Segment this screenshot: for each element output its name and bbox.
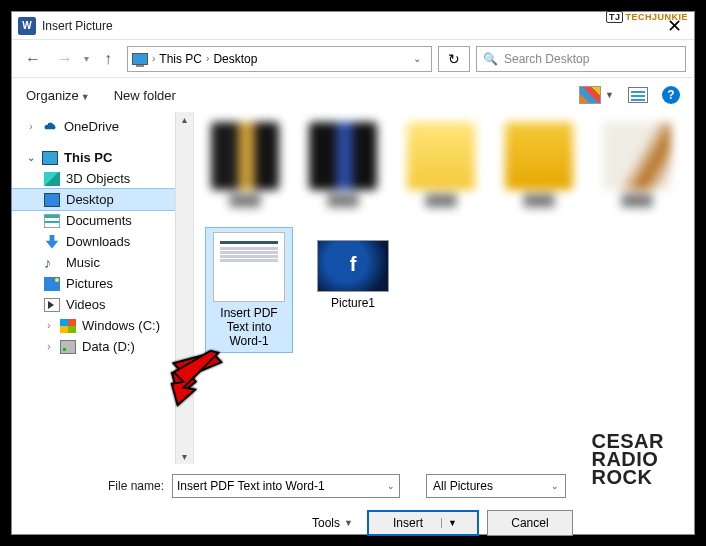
file-name-value: Insert PDF Text into Word-1 (177, 479, 325, 493)
sidebar-item-label: Music (66, 255, 100, 270)
music-icon: ♪ (44, 256, 60, 270)
blurred-tile-row: ████ ████ ████ ████ ████ (206, 122, 682, 206)
video-icon (44, 298, 60, 312)
sidebar-scrollbar[interactable]: ▴ ▾ (176, 112, 194, 464)
download-icon (44, 235, 60, 249)
titlebar: W Insert Picture ✕ (12, 12, 694, 40)
chevron-right-icon: › (206, 53, 209, 64)
path-dropdown-icon[interactable]: ⌄ (407, 53, 427, 64)
file-tile-insert-pdf[interactable]: Insert PDF Text into Word-1 (206, 228, 292, 352)
crumb-this-pc[interactable]: This PC (159, 52, 202, 66)
toolbar: Organize▼ New folder ▼ ? (12, 78, 694, 112)
cube-icon (44, 172, 60, 186)
file-list: ████ ████ ████ ████ ████ Insert PDF Text… (194, 112, 694, 464)
sidebar-item-label: OneDrive (64, 119, 119, 134)
sidebar-item-desktop[interactable]: Desktop (12, 189, 175, 210)
sidebar-item-label: Downloads (66, 234, 130, 249)
chevron-right-icon: › (44, 320, 54, 331)
sidebar-item-label: Videos (66, 297, 106, 312)
drive-icon (60, 340, 76, 354)
chevron-right-icon: › (26, 121, 36, 132)
document-thumb-icon (213, 232, 285, 302)
sidebar-item-this-pc[interactable]: ⌄ This PC (12, 147, 175, 168)
word-icon: W (18, 17, 36, 35)
filter-label: All Pictures (433, 479, 493, 493)
chevron-down-icon: ⌄ (26, 152, 36, 163)
watermark-techjunkie: TJTECHJUNKIE (606, 11, 688, 23)
chevron-right-icon: › (152, 53, 155, 64)
sidebar-item-3d-objects[interactable]: 3D Objects (12, 168, 175, 189)
sidebar-item-data-d[interactable]: › Data (D:) (12, 336, 175, 357)
sidebar-item-onedrive[interactable]: › OneDrive (12, 116, 175, 137)
insert-button[interactable]: Insert ▼ (367, 510, 479, 536)
scroll-down-icon[interactable]: ▾ (176, 451, 193, 462)
document-icon (44, 214, 60, 228)
chevron-down-icon[interactable]: ⌄ (551, 481, 559, 491)
view-mode-button[interactable]: ▼ (579, 86, 614, 104)
sidebar-item-label: This PC (64, 150, 112, 165)
image-thumb-icon (317, 240, 389, 292)
forward-button[interactable]: → (52, 46, 78, 72)
pc-icon (132, 53, 148, 65)
sidebar-item-label: Documents (66, 213, 132, 228)
sidebar-item-documents[interactable]: Documents (12, 210, 175, 231)
cloud-icon (42, 120, 58, 134)
sidebar-item-label: 3D Objects (66, 171, 130, 186)
sidebar-item-downloads[interactable]: Downloads (12, 231, 175, 252)
help-icon[interactable]: ? (662, 86, 680, 104)
file-tile-picture1[interactable]: Picture1 (310, 228, 396, 352)
up-button[interactable]: ↑ (95, 46, 121, 72)
desktop-icon (44, 193, 60, 207)
file-tile-label: Picture1 (314, 296, 392, 310)
sidebar-item-music[interactable]: ♪ Music (12, 252, 175, 273)
bottom-bar: File name: Insert PDF Text into Word-1 ⌄… (12, 464, 694, 544)
search-input[interactable]: 🔍 Search Desktop (476, 46, 686, 72)
cancel-button[interactable]: Cancel (487, 510, 573, 536)
file-name-input[interactable]: Insert PDF Text into Word-1 ⌄ (172, 474, 400, 498)
file-type-filter[interactable]: All Pictures ⌄ (426, 474, 566, 498)
preview-pane-button[interactable] (628, 87, 648, 103)
file-name-label: File name: (26, 479, 164, 493)
sidebar-item-label: Windows (C:) (82, 318, 160, 333)
sidebar-item-pictures[interactable]: Pictures (12, 273, 175, 294)
view-swatch-icon (579, 86, 601, 104)
crumb-desktop[interactable]: Desktop (213, 52, 257, 66)
new-folder-button[interactable]: New folder (114, 88, 176, 103)
dialog-title: Insert Picture (42, 19, 661, 33)
search-placeholder: Search Desktop (504, 52, 589, 66)
pc-icon (42, 151, 58, 165)
chevron-down-icon[interactable]: ⌄ (387, 481, 395, 491)
search-icon: 🔍 (483, 52, 498, 66)
sidebar: › OneDrive ⌄ This PC 3D Objects Desktop … (12, 112, 176, 464)
sidebar-item-windows-c[interactable]: › Windows (C:) (12, 315, 175, 336)
file-tile-label: Insert PDF Text into Word-1 (210, 306, 288, 348)
organize-menu[interactable]: Organize▼ (26, 88, 90, 103)
history-dropdown-icon[interactable]: ▾ (84, 53, 89, 64)
refresh-button[interactable]: ↻ (438, 46, 470, 72)
picture-icon (44, 277, 60, 291)
chevron-right-icon: › (44, 341, 54, 352)
sidebar-item-label: Desktop (66, 192, 114, 207)
tools-menu[interactable]: Tools▼ (312, 516, 353, 530)
sidebar-item-videos[interactable]: Videos (12, 294, 175, 315)
scroll-up-icon[interactable]: ▴ (176, 114, 193, 125)
insert-split-dropdown[interactable]: ▼ (441, 518, 463, 528)
back-button[interactable]: ← (20, 46, 46, 72)
breadcrumb[interactable]: › This PC › Desktop ⌄ (127, 46, 432, 72)
sidebar-item-label: Pictures (66, 276, 113, 291)
nav-row: ← → ▾ ↑ › This PC › Desktop ⌄ ↻ 🔍 Search… (12, 40, 694, 78)
windows-flag-icon (60, 319, 76, 333)
sidebar-item-label: Data (D:) (82, 339, 135, 354)
